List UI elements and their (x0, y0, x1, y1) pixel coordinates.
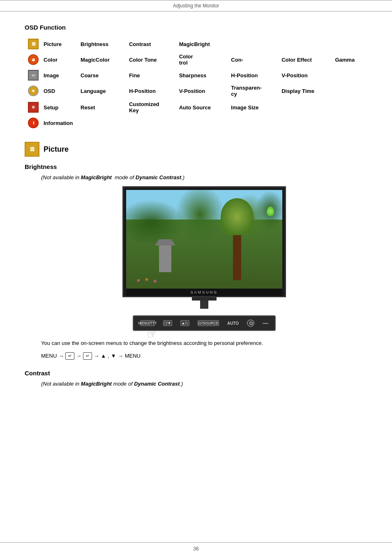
osd-icon: ⊕ (28, 86, 39, 96)
menu-icon: MENU/TTT (140, 320, 155, 326)
table-row: ⊕ OSD Language H-Position V-Position Tra… (25, 83, 367, 99)
osd-table: 🖼 Picture Brightness Contrast MagicBrigh… (25, 37, 367, 130)
hand-pointer-decoration: ☞ (145, 327, 158, 342)
power-button: ⏻ (247, 319, 254, 327)
item-v-position: V-Position (278, 68, 332, 83)
item-con: Con- (228, 51, 278, 68)
header-title: Adjusting the Monitor (173, 3, 219, 9)
picture-section-title: Picture (44, 145, 69, 154)
item-contrast: Contrast (126, 37, 176, 51)
table-row: ▭ Image Coarse Fine Sharpness H-Position… (25, 68, 367, 83)
contrast-title: Contrast (25, 370, 367, 377)
item-osd-vpos: V-Position (176, 83, 228, 99)
table-row: 🖼 Picture Brightness Contrast MagicBrigh… (25, 37, 367, 51)
auto-label: AUTO (227, 321, 239, 326)
menu-label-setup: Setup (40, 99, 77, 116)
control-panel: MENU/TTT □/▼ ▲/○ ⊡/SOURCE AUTO ⏻ — ☞ (133, 315, 276, 331)
item-image-size: Image Size (228, 99, 278, 116)
monitor-brand-label: SAMSUNG (126, 289, 282, 296)
menu-label-color: Color (40, 51, 77, 68)
monitor-screen (126, 190, 282, 289)
item-coarse: Coarse (77, 68, 126, 83)
source-button: ⊡/SOURCE (198, 320, 219, 326)
item-transparency: Transparen-cy (228, 83, 278, 99)
table-row: ℹ Information (25, 116, 367, 130)
item-colortone: Color Tone (126, 51, 176, 68)
item-displaytime: Display Time (278, 83, 332, 99)
item-osd-hpos: H-Position (126, 83, 176, 99)
page-footer: 36 (0, 542, 392, 555)
control-panel-container: MENU/TTT □/▼ ▲/○ ⊡/SOURCE AUTO ⏻ — ☞ (41, 315, 367, 331)
item-color-trol: Colortrol (176, 51, 228, 68)
item-customized-key: CustomizedKey (126, 99, 176, 116)
monitor-frame: SAMSUNG (122, 186, 286, 297)
page-number: 36 (193, 546, 198, 552)
menu-label-osd: OSD (40, 83, 77, 99)
monitor-image: SAMSUNG (41, 186, 367, 309)
item-magiccolor: MagicColor (77, 51, 126, 68)
item-language: Language (77, 83, 126, 99)
item-auto-source: Auto Source (176, 99, 228, 116)
brightness-body-text: You can use the on-screen menus to chang… (41, 339, 367, 347)
item-brightness: Brightness (77, 37, 126, 51)
up-icon: ▲/○ (180, 320, 189, 326)
item-coloreffect: Color Effect (278, 51, 332, 68)
brightness-formula: MENU → ↵ → ↵ → ▲ , ▼ → MENU (41, 352, 367, 360)
item-gamma: Gamma (332, 51, 367, 68)
picture-section-icon: 🖼 (25, 142, 39, 157)
item-fine: Fine (126, 68, 176, 83)
brightness-content: (Not available in MagicBright mode of Dy… (25, 174, 367, 360)
down-icon: □/▼ (163, 320, 172, 326)
item-magicbright: MagicBright (176, 37, 228, 51)
contrast-note: (Not available in MagicBright mode of Dy… (41, 381, 367, 387)
menu-label-information: Information (40, 116, 77, 130)
page-header: Adjusting the Monitor (0, 0, 392, 12)
info-icon: ℹ (28, 118, 39, 128)
source-icon: ⊡/SOURCE (198, 320, 219, 326)
up-button: ▲/○ (180, 320, 189, 326)
color-icon: ◕ (28, 54, 39, 65)
menu-button: MENU/TTT (140, 320, 155, 326)
image-icon: ▭ (28, 70, 39, 81)
picture-icon: 🖼 (28, 39, 39, 49)
brightness-title: Brightness (25, 163, 367, 170)
brightness-note: (Not available in MagicBright mode of Dy… (41, 174, 367, 180)
item-sharpness: Sharpness (176, 68, 228, 83)
contrast-content: (Not available in MagicBright mode of Dy… (25, 381, 367, 387)
table-row: ⚙ Setup Reset CustomizedKey Auto Source … (25, 99, 367, 116)
item-reset: Reset (77, 99, 126, 116)
setup-icon: ⚙ (28, 102, 39, 113)
menu-label-image: Image (40, 68, 77, 83)
table-row: ◕ Color MagicColor Color Tone Colortrol … (25, 51, 367, 68)
menu-label-picture: Picture (40, 37, 77, 51)
osd-section-title: OSD Function (25, 24, 367, 31)
down-button: □/▼ (163, 320, 172, 326)
minus-button: — (263, 320, 268, 326)
picture-heading: 🖼 Picture (25, 142, 367, 157)
item-h-position: H-Position (228, 68, 278, 83)
